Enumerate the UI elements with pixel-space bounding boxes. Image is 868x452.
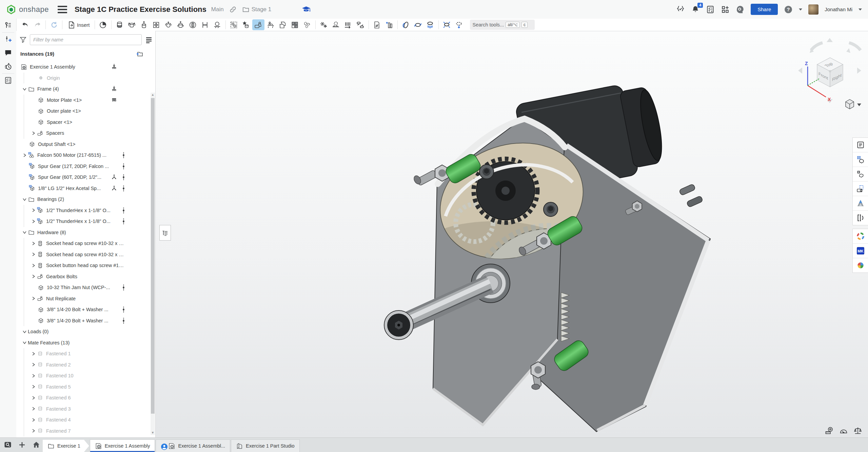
update-button[interactable] bbox=[48, 19, 60, 30]
user-avatar[interactable] bbox=[808, 4, 818, 15]
tree-item[interactable]: Socket head cap screw #10-32 x 0.5 ... bbox=[16, 238, 150, 249]
scroll-up-icon[interactable]: ▲ bbox=[151, 93, 155, 97]
expand-chevron-icon[interactable] bbox=[30, 428, 37, 434]
expand-chevron-icon[interactable] bbox=[30, 406, 37, 412]
add-tab-button[interactable] bbox=[16, 439, 28, 451]
tree-item[interactable]: Frame (4) bbox=[16, 83, 150, 95]
view-cube[interactable]: Top Front Right Z X bbox=[795, 35, 866, 112]
tree-item[interactable]: Fastened 10 bbox=[16, 370, 150, 381]
replicate-button[interactable] bbox=[252, 19, 264, 30]
tree-item[interactable]: Loads (0) bbox=[16, 326, 150, 337]
instances-panel-toggle[interactable] bbox=[0, 19, 16, 32]
expand-chevron-icon[interactable] bbox=[30, 383, 37, 390]
animate-button[interactable] bbox=[400, 19, 412, 30]
document-title[interactable]: Stage 1C Practice Exercise Solutions bbox=[75, 5, 206, 14]
tree-item[interactable]: Spur Gear (60T, 20DP, 1/2"... bbox=[16, 172, 150, 183]
view-options-cube-icon[interactable] bbox=[846, 99, 861, 109]
tree-item[interactable]: Falcon 500 Motor (217-6515) ... bbox=[16, 150, 150, 161]
tasks-checklist-icon[interactable] bbox=[706, 5, 715, 14]
rotate-up-arrow[interactable] bbox=[827, 38, 833, 42]
tree-item[interactable]: 1/2" ThunderHex x 1-1/8" O... bbox=[16, 216, 150, 227]
tab-exercise-1-assembly[interactable]: Exercise 1 Assembly bbox=[90, 439, 155, 452]
tree-item[interactable]: 1/8" LG 1/2" Hex Acetal Sp... bbox=[16, 183, 150, 194]
expand-chevron-icon[interactable] bbox=[30, 361, 37, 368]
tree-item[interactable]: Outer plate <1> bbox=[16, 106, 150, 117]
tab-exercise-1-assembly-2[interactable]: Exercise 1 Assembl... bbox=[156, 439, 230, 452]
scrollbar-thumb[interactable] bbox=[151, 98, 155, 414]
hidden-instances-button[interactable] bbox=[371, 19, 383, 30]
tree-item[interactable]: Hardware (8) bbox=[16, 227, 150, 238]
tree-item[interactable]: Exercise 1 Assembly bbox=[16, 61, 150, 73]
user-name[interactable]: Jonathan Mi bbox=[825, 6, 852, 12]
tree-item[interactable]: Fastened 5 bbox=[16, 381, 150, 393]
app-store-icon[interactable] bbox=[721, 5, 730, 14]
help-icon[interactable]: ? bbox=[784, 5, 793, 14]
tasks-button[interactable] bbox=[0, 74, 16, 87]
tab-folder-exercise-1[interactable]: Exercise 1 bbox=[43, 440, 89, 452]
share-button[interactable]: Share bbox=[751, 4, 778, 15]
ai-advisor-icon[interactable] bbox=[736, 5, 745, 14]
snapshot-button[interactable] bbox=[453, 19, 465, 30]
list-options-icon[interactable] bbox=[145, 36, 153, 43]
panel-scrollbar[interactable]: ▲ ▼ bbox=[151, 93, 155, 435]
workspace-name[interactable]: Main bbox=[211, 6, 224, 13]
gearbox-assembly-model[interactable] bbox=[156, 31, 868, 438]
expand-chevron-icon[interactable] bbox=[21, 229, 28, 236]
view-cube-faces[interactable]: Top Front Right bbox=[817, 58, 843, 87]
panel-collapse-handle[interactable] bbox=[159, 225, 171, 241]
tree-item[interactable]: Spur Gear (12T, 20DP, Falcon ... bbox=[16, 161, 150, 172]
planar-mate-button[interactable] bbox=[150, 19, 162, 30]
expand-chevron-icon[interactable] bbox=[30, 262, 37, 269]
tree-item[interactable]: Motor Plate <1> bbox=[16, 95, 150, 106]
expand-chevron-icon[interactable] bbox=[21, 152, 28, 158]
revolve-button[interactable] bbox=[412, 19, 424, 30]
location-folder[interactable]: Stage 1 bbox=[252, 6, 272, 13]
tree-item[interactable]: 1/2" ThunderHex x 1-1/8" O... bbox=[16, 205, 150, 216]
expand-chevron-icon[interactable] bbox=[21, 86, 28, 92]
tree-item[interactable]: Origin bbox=[16, 73, 150, 84]
tab-exercise-1-part-studio[interactable]: Exercise 1 Part Studio bbox=[231, 439, 299, 452]
linked-documents-tab[interactable] bbox=[853, 152, 868, 167]
gear-relation-button[interactable] bbox=[318, 19, 330, 30]
collapse-button[interactable] bbox=[441, 19, 453, 30]
insert-button[interactable]: Insert bbox=[64, 19, 93, 30]
expand-chevron-icon[interactable] bbox=[30, 372, 37, 379]
comments-button[interactable] bbox=[0, 46, 16, 60]
graphics-viewport[interactable]: Top Front Right Z X bbox=[156, 31, 868, 438]
app-panel-velocity[interactable] bbox=[853, 196, 868, 211]
mate-button[interactable] bbox=[97, 19, 109, 30]
search-tools-box[interactable]: Search tools...alt/⌥c bbox=[470, 20, 535, 30]
tree-item[interactable]: 3/8" 1/4-20 Bolt + Washer ... bbox=[16, 315, 150, 326]
notifications-bell-icon[interactable]: 4 bbox=[691, 5, 700, 14]
parallel-mate-button[interactable] bbox=[199, 19, 211, 30]
tree-item[interactable]: Fastened 1 bbox=[16, 348, 150, 359]
link-icon[interactable] bbox=[229, 6, 237, 13]
learning-cap-icon[interactable] bbox=[302, 6, 311, 13]
display-states-button[interactable] bbox=[277, 19, 289, 30]
selection-tab[interactable] bbox=[853, 182, 868, 196]
rotate-left-arrow[interactable] bbox=[798, 68, 802, 74]
history-button[interactable] bbox=[0, 60, 16, 73]
version-manager-icon[interactable] bbox=[676, 5, 685, 14]
tree-item[interactable]: Fastened 4 bbox=[16, 414, 150, 426]
view-options-caret-icon[interactable] bbox=[857, 103, 861, 106]
expand-chevron-icon[interactable] bbox=[21, 339, 28, 346]
expand-chevron-icon[interactable] bbox=[30, 394, 37, 401]
tangent-mate-button[interactable] bbox=[211, 19, 223, 30]
tree-item[interactable]: 10-32 Thin Jam Nut (WCP-... bbox=[16, 282, 150, 293]
group-button[interactable] bbox=[228, 19, 240, 30]
app-icon-ring[interactable] bbox=[853, 229, 868, 244]
insert-column-button[interactable] bbox=[383, 19, 395, 30]
tree-item[interactable]: Bearings (2) bbox=[16, 194, 150, 205]
add-folder-icon[interactable] bbox=[136, 50, 143, 57]
expand-chevron-icon[interactable] bbox=[30, 130, 37, 136]
expand-chevron-icon[interactable] bbox=[30, 240, 37, 247]
search-tabs-button[interactable] bbox=[2, 439, 14, 451]
tree-item[interactable]: Fastened 2 bbox=[16, 359, 150, 371]
exploded-view-button[interactable] bbox=[424, 19, 436, 30]
named-positions-button[interactable] bbox=[264, 19, 277, 30]
revolute-mate-button[interactable] bbox=[126, 19, 138, 30]
tree-item[interactable]: Socket head cap screw #10-32 x 0.5 ... bbox=[16, 249, 150, 260]
pin-slot-mate-button[interactable] bbox=[187, 19, 199, 30]
configurations-tab[interactable] bbox=[853, 167, 868, 182]
